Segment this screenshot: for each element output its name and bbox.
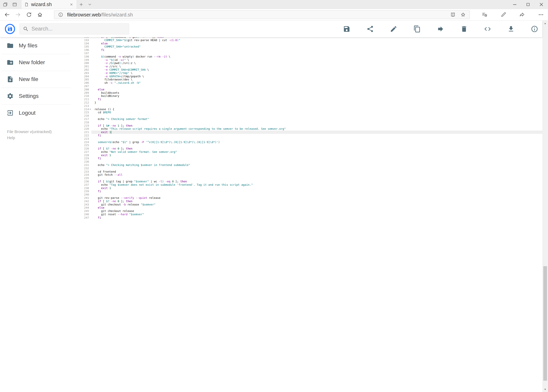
move-button[interactable]: [436, 24, 445, 34]
more-menu-icon[interactable]: [535, 10, 547, 19]
code-line[interactable]: 209 buildAssets: [78, 91, 542, 95]
code-line[interactable]: 229 fi: [78, 157, 542, 160]
code-line[interactable]: 193 COMMIT_SHA="$(git rev-parse HEAD | c…: [78, 39, 542, 42]
delete-button[interactable]: [459, 24, 469, 34]
window-close-button[interactable]: [535, 0, 548, 9]
search-box[interactable]: [20, 23, 129, 35]
favorites-hub-icon[interactable]: [479, 10, 490, 19]
help-link[interactable]: Help: [7, 135, 78, 141]
code-line[interactable]: 244 else: [78, 206, 542, 210]
edit-button[interactable]: [389, 24, 398, 34]
code-text[interactable]: [91, 176, 542, 180]
code-line[interactable]: 213: [78, 104, 542, 108]
code-line[interactable]: 246 git reset --hard "$semver": [78, 213, 542, 216]
code-text[interactable]: [91, 84, 542, 88]
code-line[interactable]: 200 -v /$(pwd):/src:z \: [78, 62, 542, 65]
code-text[interactable]: -e HOME="//tmp" \: [91, 71, 542, 75]
code-text[interactable]: if [ "$(command -v git)" != "" ]; then: [91, 37, 542, 39]
code-text[interactable]: git checkout -b release "$semver": [91, 203, 542, 206]
web-note-pen-icon[interactable]: [498, 10, 509, 19]
code-line[interactable]: 231 echo "> Checking matching $semver in…: [78, 163, 542, 167]
address-bar[interactable]: filebrowser.web/files/wizard.sh: [54, 10, 470, 19]
code-text[interactable]: echo "Tag $semver does not exist in subm…: [91, 183, 542, 187]
code-text[interactable]: cd $REPO: [91, 111, 542, 114]
code-line[interactable]: 198 $(command -v winpty) docker run --rm…: [78, 55, 542, 58]
code-line[interactable]: 201 -w //src \: [78, 65, 542, 68]
site-info-icon[interactable]: [57, 11, 64, 18]
tab-close-icon[interactable]: [69, 2, 74, 7]
code-line[interactable]: 194 else: [78, 42, 542, 45]
browser-tab[interactable]: wizard.sh: [21, 0, 77, 9]
code-text[interactable]: -e COMMIT_SHA=$COMMIT_SHA \: [91, 68, 542, 71]
scrollbar-thumb[interactable]: [543, 266, 547, 381]
code-line[interactable]: 241 git rev-parse --verify --quiet relea…: [78, 196, 542, 200]
favorite-star-icon[interactable]: [459, 11, 467, 18]
code-line[interactable]: 237 echo "Tag $semver does not exist in …: [78, 183, 542, 187]
code-text[interactable]: COMMIT_SHA="$(git rev-parse HEAD | cut -…: [91, 39, 542, 42]
code-text[interactable]: fi: [91, 134, 542, 137]
code-line[interactable]: 245 git checkout release: [78, 210, 542, 213]
code-text[interactable]: -u "$(id -u)" \: [91, 58, 542, 62]
code-text[interactable]: fi: [91, 157, 542, 160]
refresh-button[interactable]: [23, 10, 35, 19]
code-text[interactable]: buildBinary: [91, 94, 542, 98]
code-line[interactable]: 220 echo "This release script requires a…: [78, 127, 542, 131]
code-line[interactable]: 232: [78, 167, 542, 170]
code-line[interactable]: 192 if [ "$(command -v git)" != "" ]; th…: [78, 37, 542, 39]
code-text[interactable]: fi: [91, 216, 542, 219]
code-line[interactable]: 206 sh -c "./wizard.sh -b": [78, 81, 542, 84]
code-line[interactable]: 236 if [ $(git tag | grep "$semver" | wc…: [78, 180, 542, 183]
code-line[interactable]: 225: [78, 144, 542, 147]
back-button[interactable]: [1, 10, 13, 19]
sidebar-item-my-files[interactable]: My files: [0, 37, 78, 54]
code-text[interactable]: cd frontend: [91, 170, 542, 173]
code-text[interactable]: if [ $? -ne 0 ]; then: [91, 147, 542, 150]
page-scrollbar[interactable]: ▲ ▼: [542, 21, 548, 392]
code-line[interactable]: 202 -e COMMIT_SHA=$COMMIT_SHA \: [78, 68, 542, 71]
code-line[interactable]: 240: [78, 193, 542, 196]
code-text[interactable]: [91, 121, 542, 124]
scroll-down-arrow-icon[interactable]: ▼: [542, 386, 548, 392]
code-line[interactable]: 203 -e HOME="//tmp" \: [78, 71, 542, 75]
code-line[interactable]: 242 if [ $? -ne 0 ]; then: [78, 200, 542, 203]
sidebar-item-settings[interactable]: Settings: [0, 88, 78, 105]
code-line[interactable]: 222 fi: [78, 134, 542, 137]
reading-view-icon[interactable]: [449, 11, 457, 18]
fold-marker-icon[interactable]: ▾: [89, 108, 91, 111]
code-text[interactable]: if [ $? -ne 0 ]; then: [91, 200, 542, 203]
window-maximize-button[interactable]: [521, 0, 535, 9]
code-text[interactable]: git rev-parse --verify --quiet release: [91, 196, 542, 200]
code-line[interactable]: 212}: [78, 101, 542, 104]
code-line[interactable]: 208 else: [78, 88, 542, 91]
tab-preview-chevron-icon[interactable]: [85, 0, 94, 9]
code-text[interactable]: [91, 52, 542, 55]
code-text[interactable]: }: [91, 101, 542, 104]
share-button[interactable]: [366, 24, 375, 34]
code-text[interactable]: COMMIT_SHA="untracked": [91, 45, 542, 48]
code-line[interactable]: 205 filebrowser/dev \: [78, 78, 542, 81]
code-line[interactable]: 215 cd $REPO: [78, 111, 542, 114]
code-text[interactable]: [91, 114, 542, 117]
code-text[interactable]: exit 1: [91, 187, 542, 190]
code-text[interactable]: [91, 160, 542, 163]
code-line[interactable]: 234 git fetch --all: [78, 173, 542, 176]
code-line[interactable]: 227 echo "Not valid semver format. See s…: [78, 150, 542, 154]
code-text[interactable]: fi: [91, 190, 542, 193]
code-text[interactable]: else: [91, 206, 542, 210]
code-text[interactable]: fi: [91, 98, 542, 101]
code-text[interactable]: -v /$(pwd):/src:z \: [91, 62, 542, 65]
scroll-up-arrow-icon[interactable]: ▲: [542, 21, 548, 26]
code-text[interactable]: fi: [91, 48, 542, 52]
code-line[interactable]: 228 exit 1: [78, 154, 542, 157]
code-line[interactable]: 197: [78, 52, 542, 55]
code-line[interactable]: 243 git checkout -b release "$semver": [78, 203, 542, 206]
code-line[interactable]: 239 fi: [78, 190, 542, 193]
filebrowser-logo[interactable]: [5, 24, 15, 34]
code-text[interactable]: echo "Not valid semver format. See semve…: [91, 150, 542, 154]
code-text[interactable]: $(command -v winpty) docker run --rm -it…: [91, 55, 542, 58]
code-text[interactable]: release () {: [91, 108, 542, 111]
save-button[interactable]: [342, 24, 351, 34]
code-text[interactable]: git checkout release: [91, 210, 542, 213]
code-text[interactable]: [91, 137, 542, 140]
code-text[interactable]: if [ $# -ne 1 ]; then: [91, 124, 542, 127]
